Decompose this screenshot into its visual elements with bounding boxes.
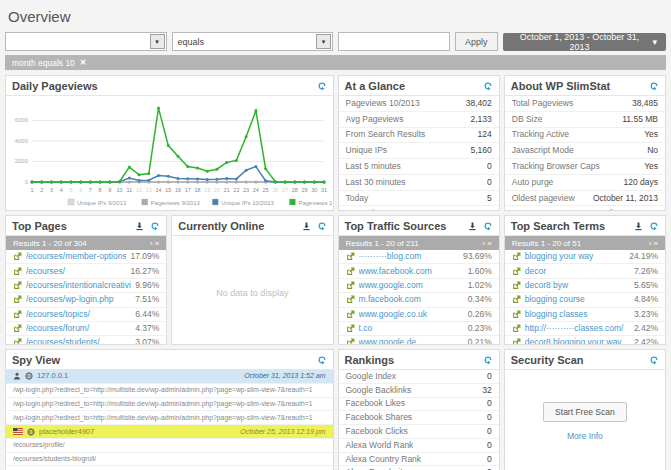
table-row: Auto purge120 days <box>505 175 665 191</box>
item-link[interactable]: decor <box>525 267 630 276</box>
table-row: DB Size11.55 MB <box>505 112 665 128</box>
list-item: www.facebook.com1.60% <box>339 264 499 278</box>
item-link[interactable]: /ecourses/wp-login.php <box>26 295 131 304</box>
item-percentage: 7.51% <box>135 295 159 304</box>
chevron-down-icon[interactable]: ▾ <box>150 34 165 49</box>
item-percentage: 0.23% <box>468 324 492 333</box>
metric-label: Avg Pageviews <box>346 115 404 124</box>
results-bar: Results 1 - 20 of 211 › » <box>339 236 499 250</box>
item-percentage: 0.21% <box>468 338 492 345</box>
item-link[interactable]: blogging course <box>525 295 630 304</box>
table-row: Facebook Clicks0 <box>339 425 499 439</box>
item-link[interactable]: /ecourses/member-options/ <box>26 252 126 261</box>
refresh-icon[interactable] <box>317 221 327 231</box>
refresh-icon[interactable] <box>483 81 493 91</box>
download-icon[interactable] <box>468 222 477 231</box>
download-icon[interactable] <box>135 222 144 231</box>
start-free-scan-button[interactable]: Start Free Scan <box>543 402 627 422</box>
svg-text:10: 10 <box>117 187 123 193</box>
svg-text:13: 13 <box>146 187 152 193</box>
item-link[interactable]: t.co <box>359 324 464 333</box>
apply-button[interactable]: Apply <box>455 32 498 51</box>
panel-title: Spy View <box>12 354 60 366</box>
metric-value: Yes <box>644 162 658 171</box>
pagination-next-icons[interactable]: › » <box>482 239 491 248</box>
item-percentage: 3.23% <box>634 310 658 319</box>
download-icon[interactable] <box>302 222 311 231</box>
item-link[interactable]: http://··········classes.com/ <box>525 324 630 333</box>
external-link-icon <box>13 252 22 261</box>
item-link[interactable]: /ecourses/ <box>26 267 126 276</box>
list-item: /ecourses/16.27% <box>6 264 166 278</box>
external-link-icon <box>512 295 521 304</box>
visitor-link[interactable]: 127.0.0.1 <box>37 372 68 380</box>
visitor-link[interactable]: placeholder4907 <box>39 428 94 436</box>
filter-value-input[interactable] <box>338 32 450 51</box>
panel-rankings: Rankings Google Index0Google Backlinks32… <box>338 349 500 470</box>
metric-label: Total Pageviews <box>512 99 573 108</box>
refresh-icon[interactable] <box>649 81 659 91</box>
metric-label: From Search Results <box>346 130 426 139</box>
visited-url: /wp-login.php?redirect_to=http://multisi… <box>13 386 312 394</box>
table-row: From Search Results124 <box>339 128 499 144</box>
more-info-link[interactable]: More Info <box>567 431 603 441</box>
item-link[interactable]: /ecourses/intentionalcreativity/e/ <box>26 281 131 290</box>
item-link[interactable]: /ecourses/students/ <box>26 338 131 345</box>
spy-page-row: /ecourses/students-blogroll/ <box>6 453 333 467</box>
item-link[interactable]: /ecourses/topics/ <box>26 310 131 319</box>
filter-operator-select[interactable]: equals ▾ <box>172 32 334 51</box>
svg-text:30: 30 <box>311 187 317 193</box>
refresh-icon[interactable] <box>317 355 327 365</box>
panel-title: Top Traffic Sources <box>345 220 447 232</box>
svg-text:4000: 4000 <box>15 138 29 144</box>
visited-url: /ecourses/profile/ <box>13 441 65 449</box>
item-link[interactable]: m.facebook.com <box>359 295 464 304</box>
external-link-icon <box>346 281 355 290</box>
item-link[interactable]: blogging your way <box>525 252 625 261</box>
refresh-icon[interactable] <box>649 221 659 231</box>
svg-text:15: 15 <box>165 187 171 193</box>
item-link[interactable]: blogging classes <box>525 310 630 319</box>
item-link[interactable]: www.facebook.com <box>359 267 464 276</box>
panel-top-traffic-sources: Top Traffic Sources Results 1 - 20 of 21… <box>338 215 500 345</box>
metric-label: Auto purge <box>512 178 554 187</box>
metric-value: Yes <box>644 130 658 139</box>
item-link[interactable]: ··········blog.com <box>359 252 459 261</box>
external-link-icon <box>13 295 22 304</box>
item-percentage: 2.42% <box>634 324 658 333</box>
list-item: t.co0.23% <box>339 322 499 336</box>
visited-url: /ecourses/students-blogroll/ <box>13 455 96 463</box>
date-range-button[interactable]: October 1, 2013 - October 31, 2013 ▾ <box>503 33 667 51</box>
refresh-icon[interactable] <box>317 81 327 91</box>
refresh-icon[interactable] <box>483 355 493 365</box>
table-row: Avg Pageviews2,133 <box>339 112 499 128</box>
refresh-icon[interactable] <box>483 221 493 231</box>
refresh-icon[interactable] <box>649 355 659 365</box>
svg-text:25: 25 <box>263 187 269 193</box>
link-list: ··········blog.com93.69%www.facebook.com… <box>339 250 499 345</box>
svg-text:2: 2 <box>40 187 43 193</box>
metric-label: Tracking Active <box>512 130 569 139</box>
item-link[interactable]: /ecourses/forum/ <box>26 324 131 333</box>
spy-visitor-row: placeholder4907October 25, 2013 12:19 pm <box>6 425 333 439</box>
remove-filter-icon[interactable]: ✕ <box>80 58 87 67</box>
filter-field-select[interactable]: ▾ <box>5 32 167 51</box>
pagination-next-icons[interactable]: › » <box>649 239 658 248</box>
results-bar: Results 1 - 20 of 51 › » <box>505 236 665 250</box>
metric-label: Alexa Country Rank <box>346 455 422 464</box>
item-link[interactable]: www.google.co.uk <box>359 310 464 319</box>
metric-value: 2,133 <box>470 115 491 124</box>
pagination-next-icons[interactable]: › » <box>150 239 159 248</box>
chevron-down-icon[interactable]: ▾ <box>316 34 331 49</box>
item-link[interactable]: decor8 blogging your way <box>525 338 630 345</box>
item-link[interactable]: www.google.com <box>359 281 464 290</box>
refresh-icon[interactable] <box>150 221 160 231</box>
item-link[interactable]: www.google.de <box>359 338 464 345</box>
external-link-icon <box>346 324 355 333</box>
download-icon[interactable] <box>634 222 643 231</box>
panel-top-search-terms: Top Search Terms Results 1 - 20 of 51 › … <box>504 215 666 345</box>
list-item: m.facebook.com0.34% <box>339 293 499 307</box>
list-item: ··········blog.com93.69% <box>339 250 499 264</box>
svg-text:24: 24 <box>253 187 259 193</box>
item-link[interactable]: decor8 byw <box>525 281 630 290</box>
